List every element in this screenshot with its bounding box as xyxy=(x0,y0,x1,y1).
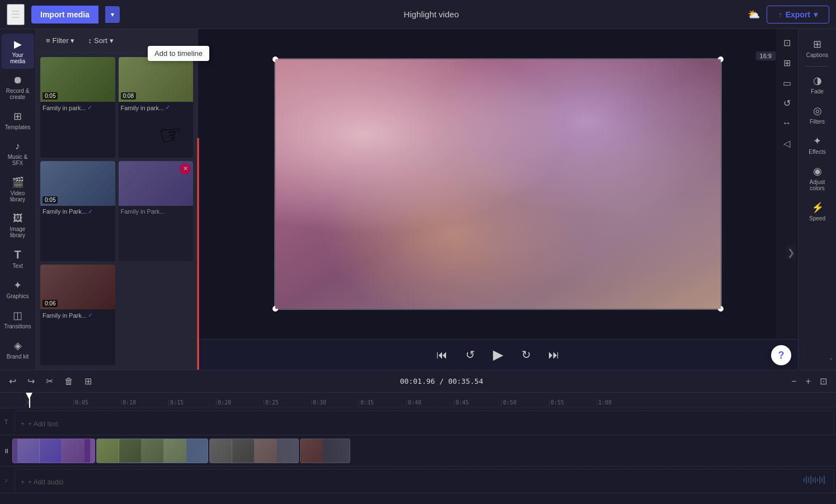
sort-caret: ▾ xyxy=(110,36,114,45)
clip4-delete-button[interactable]: ✕ xyxy=(180,163,191,175)
media-label-clip3: Family in Park... ✓ xyxy=(40,206,115,216)
media-item-clip4[interactable]: ✕ Family in Park... xyxy=(119,161,194,262)
fade-icon: ◑ xyxy=(813,74,822,87)
right-sidebar-item-speed[interactable]: ⚡ Speed xyxy=(800,197,835,226)
forward-5s-button[interactable]: ↻ xyxy=(516,345,536,364)
sidebar-item-templates[interactable]: ⊞ Templates xyxy=(2,106,34,135)
resize-tool-button[interactable]: ⊞ xyxy=(778,54,796,72)
trim-tool-button[interactable]: ▭ xyxy=(778,74,796,92)
timeline-clip-4[interactable] xyxy=(300,439,350,463)
sidebar-item-video-library[interactable]: 🎬 Video library xyxy=(2,172,34,207)
filter-button[interactable]: ≡ Filter ▾ xyxy=(41,34,79,48)
pause-icon: ⏸ xyxy=(3,448,10,454)
sidebar-item-languages[interactable]: 🌐 Languages xyxy=(2,365,34,370)
import-media-button[interactable]: Import media xyxy=(31,6,98,23)
sidebar-item-record[interactable]: ⏺ Record & create xyxy=(2,70,34,105)
add-to-timeline-tooltip: Add to timeline xyxy=(148,46,209,61)
clip-handle-right-1[interactable] xyxy=(90,439,95,463)
add-text-label: + Add text xyxy=(28,420,58,428)
undo-button[interactable]: ↩ xyxy=(6,374,20,389)
skip-to-start-button[interactable]: ⏮ xyxy=(433,345,452,364)
sidebar-item-text[interactable]: T Text xyxy=(2,244,34,274)
cut-button[interactable]: ✂ xyxy=(43,374,57,389)
text-track-label: T xyxy=(0,418,12,425)
left-sidebar: ▶ Your media ⏺ Record & create ⊞ Templat… xyxy=(0,29,36,370)
right-sidebar-item-adjust-colors[interactable]: ◉ Adjust colors xyxy=(800,161,835,196)
right-sidebar-item-fade[interactable]: ◑ Fade xyxy=(800,70,835,99)
sidebar-item-music[interactable]: ♪ Music & SFX xyxy=(2,136,34,171)
flip-tool-button[interactable]: ↔ xyxy=(778,114,796,132)
sidebar-item-brand-kit[interactable]: ◈ Brand kit xyxy=(2,335,34,364)
effects-icon: ✦ xyxy=(813,135,821,147)
filters-icon: ◎ xyxy=(813,105,822,117)
media-item-clip1[interactable]: 0:05 Family in park... ✓ xyxy=(40,57,115,158)
timeline-clip-2[interactable] xyxy=(96,439,208,463)
crop-tool-button[interactable]: ⊡ xyxy=(778,34,796,51)
add-text-icon: + xyxy=(21,420,25,428)
sidebar-item-image-library[interactable]: 🖼 Image library xyxy=(2,208,34,243)
export-button[interactable]: ↑ Export ▾ xyxy=(767,6,829,23)
sidebar-label-video-library: Video library xyxy=(4,190,32,202)
play-pause-button[interactable]: ▶ xyxy=(489,345,508,364)
right-sidebar-item-captions[interactable]: ⊞ Captions xyxy=(800,34,835,63)
skip-to-end-button[interactable]: ⏭ xyxy=(544,345,563,364)
effects-label: Effects xyxy=(809,149,825,155)
media-panel: ≡ Filter ▾ ↕ Sort ▾ Add to timeline 0:05… xyxy=(36,29,198,370)
clip-thumb-1c xyxy=(62,439,84,463)
video-track-content xyxy=(12,435,836,466)
sidebar-label-transitions: Transitions xyxy=(4,323,31,329)
timeline-clip-3[interactable] xyxy=(209,439,299,463)
sidebar-item-graphics[interactable]: ✦ Graphics xyxy=(2,275,34,304)
zoom-controls: − + ⊡ xyxy=(788,374,830,388)
media-insert-button[interactable]: ⊞ xyxy=(81,374,95,389)
add-audio-button[interactable]: + + Add audio xyxy=(15,469,834,493)
preview-canvas: 16:9 ⊡ ⊞ ▭ ↺ ↔ ◁ xyxy=(198,29,798,339)
sort-button[interactable]: ↕ Sort ▾ xyxy=(83,34,118,48)
timeline-toolbar: ↩ ↪ ✂ 🗑 ⊞ 00:01.96 / 00:35.54 − + ⊡ xyxy=(0,370,836,393)
media-item-clip3[interactable]: 0:05 Family in Park... ✓ xyxy=(40,161,115,262)
ruler-mark-55: 0:55 xyxy=(549,399,597,406)
music-note-icon: ♪ xyxy=(4,477,8,483)
templates-icon: ⊞ xyxy=(13,110,22,123)
rewind-5s-button[interactable]: ↺ xyxy=(461,345,480,364)
sidebar-item-your-media[interactable]: ▶ Your media xyxy=(2,34,34,69)
video-clips-row xyxy=(12,435,836,466)
media-item-clip2[interactable]: 0:08 Family in park... ✓ xyxy=(119,57,194,158)
clip-handle-left-1[interactable] xyxy=(13,439,17,463)
media-item-clip5[interactable]: 0:06 Family in Park... ✓ xyxy=(40,265,115,365)
timeline-collapse-handle[interactable]: ❯ xyxy=(786,244,796,260)
video-library-icon: 🎬 xyxy=(12,176,24,189)
rotate-tool-button[interactable]: ↺ xyxy=(778,94,796,112)
add-text-button[interactable]: + + Add text xyxy=(15,411,834,435)
right-sidebar-item-filters[interactable]: ◎ Filters xyxy=(800,100,835,129)
right-sidebar: ⊞ Captions ◑ Fade ◎ Filters ✦ Effects ◉ … xyxy=(798,29,836,370)
ruler-mark-35: 0:35 xyxy=(359,399,406,406)
timeline-clip-1[interactable] xyxy=(12,439,95,463)
redo-button[interactable]: ↪ xyxy=(24,374,38,389)
zoom-out-button[interactable]: − xyxy=(788,375,800,388)
delete-button[interactable]: 🗑 xyxy=(61,374,77,389)
cloud-save-icon: ⛅ xyxy=(748,8,760,21)
right-sidebar-item-effects[interactable]: ✦ Effects xyxy=(800,130,835,159)
zoom-in-button[interactable]: + xyxy=(802,375,814,388)
import-media-caret[interactable]: ▾ xyxy=(105,6,120,23)
clip-thumb-2b xyxy=(119,439,142,463)
zoom-fit-button[interactable]: ⊡ xyxy=(816,374,830,388)
sidebar-label-music: Music & SFX xyxy=(4,154,32,166)
media-thumb-clip5: 0:06 xyxy=(40,265,115,309)
graphics-icon: ✦ xyxy=(13,279,22,291)
hamburger-menu[interactable]: ☰ xyxy=(7,4,25,25)
help-button[interactable]: ? xyxy=(771,345,791,365)
ruler-mark-5: 0:05 xyxy=(73,399,121,406)
timeline-playhead[interactable] xyxy=(29,393,30,408)
preview-video-frame[interactable] xyxy=(274,58,722,310)
audio-tool-button[interactable]: ◁ xyxy=(778,134,796,152)
ruler-mark-30: 0:30 xyxy=(311,399,359,406)
timeline-content: 0 0:05 0:10 0:15 0:20 0:25 0:30 0:35 0:4… xyxy=(0,393,836,504)
clip-thumb-3c xyxy=(255,439,277,463)
music-icon: ♪ xyxy=(15,140,20,152)
sidebar-item-transitions[interactable]: ◫ Transitions xyxy=(2,305,34,334)
clip1-check-icon: ✓ xyxy=(87,104,92,111)
current-time: 00:01.96 xyxy=(400,377,435,385)
clip2-label-text: Family in park... xyxy=(121,105,165,111)
